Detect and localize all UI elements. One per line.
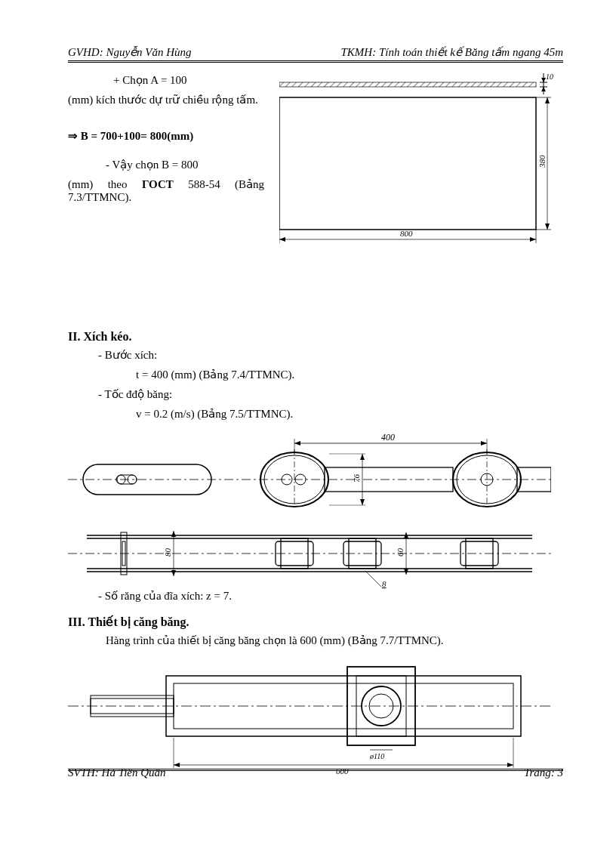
s2-p1v: t = 400 (mm) (Bảng 7.4/TTMNC). [68, 368, 563, 381]
dim-10: 10 [546, 73, 553, 81]
page-footer: SVTH: Hà Tiên Quân Trang: 3 [68, 766, 563, 779]
dim-800: 800 [400, 229, 413, 238]
chain-diagram-side: 80 60 8 [68, 525, 563, 589]
s1-formula: ⇒ B = 700+100= 800(mm) [68, 129, 264, 143]
s1-p2a: - Vậy chọn B = 800 [68, 159, 198, 171]
s2-p3: - Số răng của đĩa xích: z = 7. [68, 589, 563, 603]
svg-line-63 [366, 572, 381, 587]
dim-phi110: ø110 [369, 752, 384, 760]
section1-text: + Chọn A = 100 (mm) kích thước dự trữ ch… [68, 73, 264, 254]
svg-marker-35 [360, 499, 365, 505]
s2-p2v: v = 0.2 (m/s) (Bảng 7.5/TTMNC). [68, 407, 563, 421]
dim-76: 76 [352, 474, 361, 483]
chain-diagram-top: 400 76 [68, 434, 563, 517]
section2-title: II. Xích kéo. [68, 330, 563, 344]
footer-left: SVTH: Hà Tiên Quân [68, 766, 166, 779]
header-right: TKMH: Tính toán thiết kế Băng tấm ngang … [340, 45, 563, 59]
tensioner-diagram: ø110 600 [68, 662, 563, 776]
svg-marker-11 [545, 97, 550, 103]
dim-400: 400 [381, 434, 395, 443]
svg-marker-52 [171, 531, 176, 537]
s1-p2b: (mm) theo [68, 178, 142, 190]
svg-marker-6 [541, 87, 546, 91]
plate-diagram: 10 380 800 [279, 73, 563, 254]
svg-marker-17 [530, 237, 536, 242]
s2-p2: - Tốc đđộ băng: [68, 387, 563, 401]
svg-rect-1 [279, 82, 536, 87]
svg-marker-20 [481, 441, 487, 446]
header-rule [68, 60, 563, 63]
dim-8: 8 [382, 579, 387, 588]
dim-80: 80 [163, 548, 172, 557]
dim-60: 60 [396, 548, 405, 557]
svg-marker-19 [294, 441, 300, 446]
svg-marker-34 [360, 454, 365, 460]
svg-marker-16 [279, 237, 285, 242]
s1-p1b: (mm) kích thước dự trữ chiều rộng tấm. [68, 93, 264, 106]
s2-p1: - Bước xích: [68, 348, 563, 362]
dim-380: 380 [537, 155, 547, 168]
footer-right: Trang: 3 [524, 766, 563, 779]
section3-title: III. Thiết bị căng băng. [68, 615, 563, 629]
svg-marker-12 [545, 224, 550, 230]
svg-marker-53 [171, 570, 176, 576]
s1-gost: ГОСТ [142, 178, 174, 190]
header-left: GVHD: Nguyễn Văn Hùng [68, 45, 192, 59]
page-header: GVHD: Nguyễn Văn Hùng TKMH: Tính toán th… [68, 45, 563, 59]
svg-rect-7 [279, 97, 536, 230]
s3-p1: Hàng trình của thiết bị căng băng chọn l… [68, 634, 563, 647]
s1-p1a: + Chọn A = 100 [68, 73, 264, 87]
